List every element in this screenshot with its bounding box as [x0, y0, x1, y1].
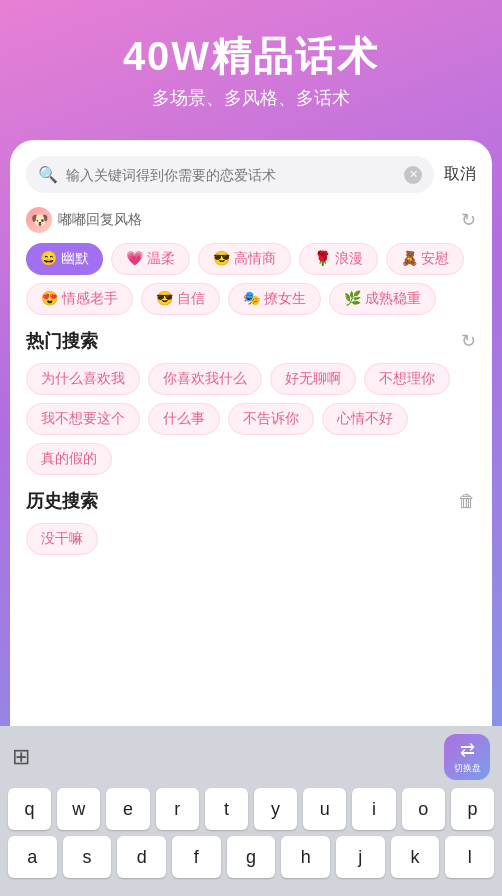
search-clear-button[interactable]: ✕ [404, 166, 422, 184]
key-s[interactable]: s [63, 836, 112, 878]
keyboard-switch-label: 切换盘 [454, 762, 481, 775]
key-w[interactable]: w [57, 788, 100, 830]
search-input[interactable] [66, 167, 396, 183]
key-j[interactable]: j [336, 836, 385, 878]
hot-tag-8[interactable]: 真的假的 [26, 443, 112, 475]
hot-search-title: 热门搜索 [26, 329, 98, 353]
hot-tag-5[interactable]: 什么事 [148, 403, 220, 435]
header-area: 40W精品话术 多场景、多风格、多话术 [0, 0, 502, 134]
hot-tag-6[interactable]: 不告诉你 [228, 403, 314, 435]
hot-search-header: 热门搜索 ↻ [26, 329, 476, 353]
key-o[interactable]: o [402, 788, 445, 830]
key-d[interactable]: d [117, 836, 166, 878]
style-avatar-emoji: 🐶 [31, 212, 48, 228]
style-tag-2[interactable]: 😎 高情商 [198, 243, 291, 275]
key-l[interactable]: l [445, 836, 494, 878]
keyboard-area: ⊞ ⇄ 切换盘 q w e r t y u i o p a s d f g h … [0, 726, 502, 896]
search-icon: 🔍 [38, 165, 58, 184]
key-y[interactable]: y [254, 788, 297, 830]
style-tag-8[interactable]: 🌿 成熟稳重 [329, 283, 436, 315]
style-refresh-icon[interactable]: ↻ [461, 209, 476, 231]
key-f[interactable]: f [172, 836, 221, 878]
keyboard-grid-icon[interactable]: ⊞ [12, 744, 30, 770]
search-box[interactable]: 🔍 ✕ [26, 156, 434, 193]
keyboard-switch-button[interactable]: ⇄ 切换盘 [444, 734, 490, 780]
style-tag-7[interactable]: 🎭 撩女生 [228, 283, 321, 315]
style-tag-4[interactable]: 🧸 安慰 [386, 243, 465, 275]
history-search-title: 历史搜索 [26, 489, 98, 513]
style-header-row: 🐶 嘟嘟回复风格 ↻ [26, 207, 476, 233]
hot-tag-1[interactable]: 你喜欢我什么 [148, 363, 262, 395]
search-row: 🔍 ✕ 取消 [26, 156, 476, 193]
key-q[interactable]: q [8, 788, 51, 830]
key-g[interactable]: g [227, 836, 276, 878]
key-i[interactable]: i [352, 788, 395, 830]
style-tags-group: 😄 幽默 💗 温柔 😎 高情商 🌹 浪漫 🧸 安慰 😍 情感老手 😎 自信 🎭 … [26, 243, 476, 315]
style-tag-0[interactable]: 😄 幽默 [26, 243, 103, 275]
history-search-header: 历史搜索 🗑 [26, 489, 476, 513]
keyboard-row-1: q w e r t y u i o p [4, 788, 498, 830]
style-avatar: 🐶 [26, 207, 52, 233]
hist-tag-0[interactable]: 没干嘛 [26, 523, 98, 555]
hot-search-tags: 为什么喜欢我 你喜欢我什么 好无聊啊 不想理你 我不想要这个 什么事 不告诉你 … [26, 363, 476, 475]
keyboard-toolbar: ⊞ ⇄ 切换盘 [4, 734, 498, 788]
key-a[interactable]: a [8, 836, 57, 878]
key-t[interactable]: t [205, 788, 248, 830]
keyboard-switch-icon: ⇄ [460, 739, 475, 761]
key-u[interactable]: u [303, 788, 346, 830]
key-r[interactable]: r [156, 788, 199, 830]
hot-tag-2[interactable]: 好无聊啊 [270, 363, 356, 395]
cancel-button[interactable]: 取消 [444, 164, 476, 185]
key-p[interactable]: p [451, 788, 494, 830]
key-h[interactable]: h [281, 836, 330, 878]
style-name: 嘟嘟回复风格 [58, 211, 142, 229]
header-title: 40W精品话术 [24, 32, 478, 80]
hot-tag-4[interactable]: 我不想要这个 [26, 403, 140, 435]
hot-search-refresh-icon[interactable]: ↻ [461, 330, 476, 352]
hot-tag-7[interactable]: 心情不好 [322, 403, 408, 435]
key-k[interactable]: k [391, 836, 440, 878]
style-tag-5[interactable]: 😍 情感老手 [26, 283, 133, 315]
history-tags: 没干嘛 [26, 523, 476, 555]
style-tag-1[interactable]: 💗 温柔 [111, 243, 190, 275]
hot-tag-3[interactable]: 不想理你 [364, 363, 450, 395]
style-tag-6[interactable]: 😎 自信 [141, 283, 220, 315]
key-e[interactable]: e [106, 788, 149, 830]
history-delete-icon[interactable]: 🗑 [458, 491, 476, 512]
header-subtitle: 多场景、多风格、多话术 [24, 86, 478, 110]
keyboard-row-2: a s d f g h j k l [4, 836, 498, 878]
style-tag-3[interactable]: 🌹 浪漫 [299, 243, 378, 275]
hot-tag-0[interactable]: 为什么喜欢我 [26, 363, 140, 395]
